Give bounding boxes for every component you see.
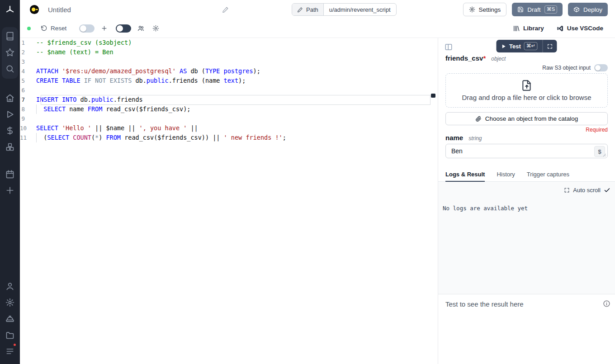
home-icon[interactable] — [5, 94, 14, 103]
path-button[interactable]: Path u/admin/reverent_script — [292, 3, 397, 16]
tab-history[interactable]: History — [497, 171, 515, 181]
code-line[interactable]: 8 SELECT name FROM read_csv($friends_csv… — [20, 104, 430, 114]
tab-trigger-captures[interactable]: Trigger captures — [527, 171, 569, 181]
code-text — [36, 85, 430, 95]
reset-button[interactable]: Reset — [41, 25, 66, 32]
code-line[interactable]: 3 — [20, 57, 430, 66]
result-placeholder: Test to see the result here — [445, 300, 524, 308]
autoscroll-control[interactable]: Auto scroll — [564, 187, 610, 194]
windmill-logo-icon[interactable] — [5, 5, 15, 15]
settings-button[interactable]: Settings — [463, 3, 507, 16]
library-icon — [513, 25, 520, 32]
arg-type-label: object — [491, 56, 506, 62]
audit-logs-list-icon[interactable] — [5, 347, 14, 356]
info-icon[interactable] — [603, 300, 610, 307]
add-plus-icon[interactable] — [5, 186, 14, 195]
check-icon — [604, 187, 610, 194]
resources-boxes-icon[interactable] — [5, 142, 14, 151]
vscode-icon — [557, 25, 564, 32]
code-text: -- $friends_csv (s3object) — [36, 38, 430, 47]
workspace-settings-gear-icon[interactable] — [5, 298, 14, 307]
arg-name-label: name — [445, 134, 463, 142]
line-number: 2 — [20, 47, 36, 57]
workers-hardhat-icon[interactable] — [5, 314, 14, 323]
code-line[interactable]: 5CREATE TABLE IF NOT EXISTS db.public.fr… — [20, 76, 430, 85]
test-button[interactable]: Test ⌘↵ — [496, 40, 543, 52]
code-line[interactable]: 6 — [20, 85, 430, 95]
variables-dollar-icon[interactable] — [5, 126, 14, 135]
schedules-calendar-icon[interactable] — [5, 170, 14, 179]
expand-test-button[interactable] — [543, 40, 557, 52]
script-settings-button[interactable] — [152, 25, 159, 32]
arg-name-label: friends_csv* — [445, 54, 486, 62]
editor-overview-ruler[interactable] — [430, 38, 438, 364]
line-number: 8 — [20, 104, 36, 114]
test-button-group: Test ⌘↵ — [496, 40, 557, 52]
toggle-1[interactable] — [79, 24, 95, 33]
code-line[interactable]: 4ATTACH '$res:u/demo/amazed_postgresql' … — [20, 66, 430, 76]
code-text: (SELECT COUNT(*) FROM read_csv($friends_… — [36, 133, 430, 142]
code-editor[interactable]: 1-- $friends_csv (s3object)2-- $name (te… — [20, 38, 430, 364]
library-button[interactable]: Library — [513, 25, 544, 32]
file-upload-icon — [521, 80, 533, 91]
path-label-segment: Path — [292, 4, 324, 15]
code-text — [36, 114, 430, 123]
file-dropzone[interactable]: Drag and drop a file here or click to br… — [445, 73, 608, 108]
search-icon[interactable] — [5, 64, 14, 73]
page-title[interactable]: Untitled — [48, 6, 71, 14]
test-shortcut: ⌘↵ — [524, 42, 538, 50]
name-input-wrap: $ — [445, 144, 608, 158]
draft-shortcut: ⌘S — [544, 5, 557, 13]
raw-s3-toggle[interactable] — [594, 64, 608, 71]
plus-icon — [101, 25, 108, 32]
code-line[interactable]: 2-- $name (text) = Ben — [20, 47, 430, 57]
deploy-label: Deploy — [583, 6, 602, 13]
edit-title-pencil-icon[interactable] — [222, 6, 229, 13]
settings-label: Settings — [479, 6, 501, 13]
draft-label: Draft — [527, 6, 540, 13]
toggle-panel-icon[interactable] — [445, 43, 453, 51]
toolbar-right: Library Use VSCode — [513, 25, 615, 32]
toggle-2[interactable] — [116, 24, 131, 33]
collaborators-button[interactable] — [137, 25, 144, 32]
library-label: Library — [523, 25, 544, 32]
test-panel: Test ⌘↵ friends_csv* object Raw S3 objec… — [438, 38, 615, 364]
docs-icon[interactable] — [5, 32, 14, 41]
code-line[interactable]: 7INSERT INTO db.public.friends — [20, 95, 430, 104]
vscode-label: Use VSCode — [567, 25, 603, 32]
save-icon — [517, 6, 524, 13]
resize-grip[interactable] — [603, 153, 606, 157]
sidebar — [0, 0, 20, 364]
code-line[interactable]: 11 (SELECT COUNT(*) FROM read_csv($frien… — [20, 133, 430, 142]
line-number: 3 — [20, 57, 36, 66]
runs-play-icon[interactable] — [5, 110, 14, 119]
code-line[interactable]: 1-- $friends_csv (s3object) — [20, 38, 430, 47]
name-input[interactable] — [446, 147, 607, 155]
required-note: Required — [586, 127, 608, 133]
user-icon[interactable] — [5, 282, 14, 291]
path-label: Path — [306, 6, 318, 13]
deploy-button[interactable]: Deploy — [568, 3, 608, 16]
code-line[interactable]: 9 — [20, 114, 430, 123]
duckdb-language-icon — [29, 5, 39, 14]
code-text: -- $name (text) = Ben — [36, 47, 430, 57]
line-number: 9 — [20, 114, 36, 123]
logs-area: Auto scroll No logs are available yet — [438, 182, 615, 294]
draft-button[interactable]: Draft ⌘S — [512, 3, 563, 16]
code-line[interactable]: 10SELECT 'Hello ' || $name || ', you hav… — [20, 123, 430, 133]
toggle-knob — [80, 25, 86, 32]
favorites-star-icon[interactable] — [5, 48, 14, 57]
play-icon — [501, 44, 506, 49]
tab-logs-result[interactable]: Logs & Result — [445, 171, 485, 182]
choose-catalog-object-button[interactable]: Choose an object from the catalog — [445, 112, 608, 125]
add-button[interactable] — [101, 25, 108, 32]
gear-icon — [152, 25, 159, 32]
use-vscode-button[interactable]: Use VSCode — [557, 25, 603, 32]
line-number: 7 — [20, 95, 36, 104]
panel-tabs: Logs & Result History Trigger captures — [438, 171, 615, 182]
folders-icon[interactable] — [5, 331, 14, 340]
editor-toolbar: Reset Library Use VSCode — [20, 19, 615, 38]
toggle-knob — [595, 65, 601, 71]
status-dot — [27, 27, 31, 30]
line-number: 1 — [20, 38, 36, 47]
